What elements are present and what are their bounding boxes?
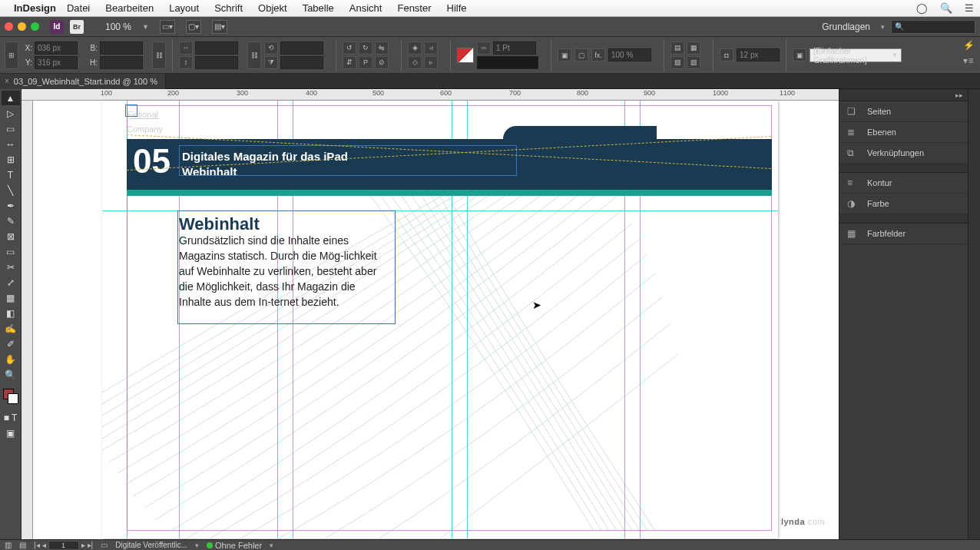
content-collector-tool-icon[interactable]: ⊞ [2,152,20,167]
selected-text-frame[interactable] [179,145,517,176]
constrain-scale-icon[interactable]: ⛓ [247,41,261,69]
scale-y-icon[interactable]: ↕ [179,56,193,69]
horizontal-ruler[interactable]: 100 200 300 400 500 600 700 800 900 1000… [22,89,839,101]
panel-scroll-rail[interactable] [968,89,980,539]
select-content-icon[interactable]: ◇ [408,56,422,69]
workspace-dropdown-icon[interactable]: ▾ [881,23,885,31]
zoom-tool-icon[interactable]: 🔍 [2,367,20,382]
document-canvas[interactable]: 100 200 300 400 500 600 700 800 900 1000… [22,89,839,539]
object-style-icon[interactable]: ▣ [793,48,806,61]
screen-mode-tool-icon[interactable]: ▣ [2,426,20,440]
menu-ansicht[interactable]: Ansicht [349,2,382,14]
menu-bearbeiten[interactable]: Bearbeiten [105,2,154,14]
scissors-tool-icon[interactable]: ✂ [2,260,20,274]
x-field[interactable]: 036 px [35,41,78,55]
rotate-cw-icon[interactable]: ↻ [359,41,372,55]
eyedropper-tool-icon[interactable]: ✐ [2,336,20,351]
line-tool-icon[interactable]: ╲ [2,183,20,197]
body-text-frame[interactable] [177,210,396,324]
free-transform-tool-icon[interactable]: ⤢ [2,275,20,290]
menu-layout[interactable]: Layout [169,2,199,14]
stroke-style-field[interactable] [477,56,538,69]
height-field[interactable] [100,56,143,69]
menu-datei[interactable]: Datei [67,2,90,14]
open-document-icon[interactable]: ▭ [101,541,108,549]
note-tool-icon[interactable]: ✍ [2,321,20,336]
menu-hilfe[interactable]: Hilfe [447,2,467,14]
fill-stroke-proxy[interactable] [2,387,20,406]
last-page-icon[interactable]: ▸| [88,541,94,549]
opacity-field[interactable]: 100 % [608,48,651,61]
text-wrap-jump-icon[interactable]: ▨ [687,56,700,69]
fill-stroke-swatch[interactable] [457,48,474,63]
corner-options-icon[interactable]: ◘ [720,48,733,61]
spotlight-icon[interactable]: 🔍 [940,2,952,14]
stroke-weight-field[interactable]: 1 Pt [493,41,536,55]
workspace-switcher[interactable]: Grundlagen [822,22,870,32]
panel-ebenen[interactable]: ≣Ebenen [839,122,968,143]
constrain-proportions-icon[interactable]: ⛓ [152,41,166,69]
fx-icon[interactable]: fx. [591,48,605,61]
rotate-ccw-icon[interactable]: ↺ [343,41,356,55]
page-navigator[interactable]: |◂ ◂ 1 ▸ ▸| [34,541,93,550]
rotation-icon[interactable]: ⟲ [264,41,278,55]
intent-dropdown-icon[interactable]: ▾ [195,542,199,549]
panel-farbfelder[interactable]: ▦Farbfelder [839,224,968,244]
text-wrap-none-icon[interactable]: ▤ [670,41,684,55]
cc-icon[interactable]: ◯ [916,2,928,14]
view-options-icon[interactable]: ▭▾ [160,20,175,34]
panel-verknuepfungen[interactable]: ⧉Verknüpfungen [839,143,968,164]
status-icon[interactable]: ▤ [19,541,26,549]
reference-point-proxy[interactable]: ⊞ [5,41,18,69]
first-page-icon[interactable]: |◂ [34,541,40,549]
direct-selection-tool-icon[interactable]: ▷ [2,106,20,121]
next-page-icon[interactable]: ▸ [81,541,85,549]
pen-tool-icon[interactable]: ✒ [2,198,20,213]
document-tab[interactable]: × 03_09_Webinhalt_Start.indd @ 100 % [0,74,166,89]
help-search-input[interactable]: 🔍 [891,20,975,34]
menu-objekt[interactable]: Objekt [258,2,287,14]
flip-vertical-icon[interactable]: ⇵ [343,56,356,69]
text-wrap-shape-icon[interactable]: ▧ [670,56,684,69]
hand-tool-icon[interactable]: ✋ [2,352,20,366]
panel-kontur[interactable]: ≡Kontur [839,173,968,194]
preflight-status[interactable]: Ohne Fehler [207,541,262,550]
menu-fenster[interactable]: Fenster [397,2,431,14]
page[interactable]: Fictional Company Artikel 05 05 Digitale… [102,101,778,538]
panel-farbe[interactable]: ◑Farbe [839,194,968,214]
zoom-level[interactable]: 100 % [105,22,131,32]
menu-list-icon[interactable]: ☰ [965,2,974,14]
gradient-feather-tool-icon[interactable]: ◧ [2,306,20,320]
bridge-icon[interactable]: Br [70,20,84,34]
status-icon[interactable]: ▥ [5,541,12,549]
shear-icon[interactable]: ⧩ [264,56,278,69]
selection-tool-icon[interactable]: ▲ [2,91,20,105]
shear-field[interactable] [280,56,323,69]
zoom-dropdown-icon[interactable]: ▼ [142,23,149,31]
corner-size-field[interactable]: 12 px [737,48,780,61]
vertical-ruler[interactable] [22,101,33,539]
preflight-dropdown-icon[interactable]: ▾ [270,542,273,549]
scale-x-icon[interactable]: ↔ [179,41,193,55]
scale-y-field[interactable] [195,56,238,69]
rotation-field[interactable] [280,41,323,55]
text-wrap-bound-icon[interactable]: ▦ [687,41,700,55]
panel-seiten[interactable]: ❏Seiten [839,101,968,122]
close-tab-icon[interactable]: × [5,77,9,85]
menu-tabelle[interactable]: Tabelle [303,2,334,14]
drop-shadow-icon[interactable]: ▣ [558,48,571,61]
select-prev-icon[interactable]: ◃ [424,41,438,55]
arrange-documents-icon[interactable]: ▤▾ [212,20,227,34]
apply-color-icon[interactable]: ■ T [2,410,20,425]
opacity-icon[interactable]: ▢ [574,48,588,61]
transform-again-icon[interactable]: P [359,56,372,69]
intent-label[interactable]: Digitale Veröffentlic... [115,541,187,549]
collapse-dock-icon[interactable]: ▸▸ [839,89,968,101]
page-tool-icon[interactable]: ▭ [2,121,20,136]
gap-tool-icon[interactable]: ↔ [2,137,20,151]
page-number-field[interactable]: 1 [48,541,79,550]
object-style-dropdown[interactable]: [Einfacher Grafikrahmen]▼ [809,48,902,62]
quick-apply-icon[interactable]: ⚡ [962,40,975,52]
width-field[interactable] [100,41,143,55]
screen-mode-icon[interactable]: ▢▾ [186,20,201,34]
